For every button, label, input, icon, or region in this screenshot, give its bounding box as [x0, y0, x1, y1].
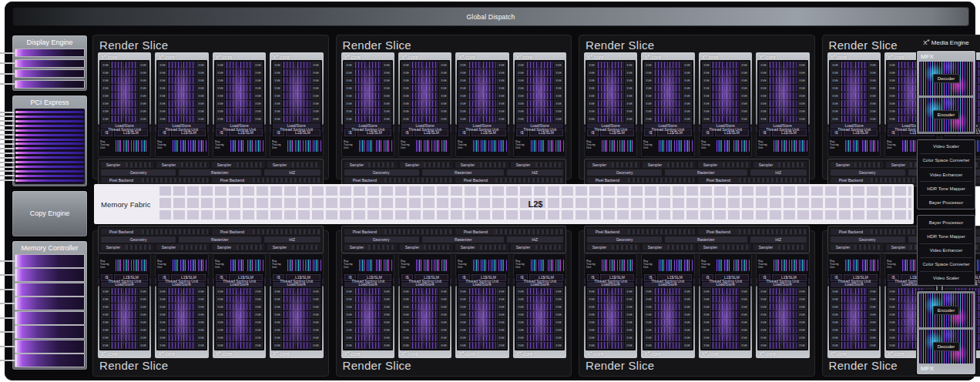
xve-alu-stripes — [425, 92, 438, 99]
ray-tracing-stripes — [547, 260, 564, 271]
xve-label: XVE — [441, 305, 447, 309]
xve-label: XVE — [217, 320, 223, 324]
xe-core-column: Xe-core XVEXVEXVEXVEXVEXVEXVEXVEXVEXVEXV… — [213, 253, 266, 358]
xve-row: XVEXVE — [587, 69, 634, 76]
pixel-backend-row: Pixel Backend Pixel Backend — [587, 229, 807, 235]
hiz-label: HiZ — [532, 237, 539, 242]
xve-alu-stripes — [540, 311, 553, 318]
xve-label: XVE — [626, 336, 633, 340]
xve-label: XVE — [217, 102, 223, 106]
xve-alu-stripes — [597, 85, 610, 92]
rasterizer-label: Rasterizer — [697, 237, 715, 242]
xve-label: XVE — [274, 71, 280, 75]
xve-unit: XVE — [216, 100, 225, 107]
geometry-label: Geometry — [130, 237, 147, 242]
xve-label: XVE — [346, 102, 352, 106]
xve-alu-stripes — [898, 288, 911, 295]
xve-label: XVE — [159, 343, 166, 347]
xve-label: XVE — [346, 117, 352, 121]
xve-alu-stripes — [354, 342, 368, 349]
xe-core: Xe-core XVEXVEXVEXVEXVEXVEXVEXVEXVEXVEXV… — [270, 52, 323, 125]
xve-alu-stripes — [111, 116, 124, 122]
pixel-backend-label-wrap: Pixel Backend — [831, 177, 871, 184]
xve-alu-stripes — [425, 62, 438, 69]
xve-label: XVE — [741, 297, 747, 301]
xve-alu-stripes — [526, 334, 539, 341]
xve-alu-stripes — [111, 77, 124, 84]
xve-label: XVE — [460, 305, 466, 309]
pixel-backend-label: Pixel Backend — [352, 178, 376, 183]
decoder-stripes: Decoder — [919, 62, 973, 96]
hiz-unit: HiZ — [507, 236, 563, 243]
xve-alu-stripes — [297, 92, 310, 99]
xve-label: XVE — [870, 109, 876, 113]
sampler-stripes — [480, 163, 507, 167]
xve-unit: XVE — [831, 62, 840, 69]
xve-label: XVE — [346, 94, 352, 98]
encoder-label: Encoder — [933, 110, 959, 119]
xve-unit: XVE — [401, 92, 411, 99]
xve-alu-stripes — [468, 327, 482, 333]
xve-alu-stripes — [783, 69, 796, 76]
xve-label: XVE — [102, 63, 109, 67]
xve-unit: XVE — [382, 311, 391, 318]
xve-unit: XVE — [625, 319, 634, 326]
xe-core-label-rest: -core — [764, 55, 776, 60]
xve-unit: XVE — [625, 311, 634, 318]
xve-alu-stripes — [540, 77, 553, 84]
xve-alu-stripes — [769, 100, 782, 107]
xve-alu-stripes — [654, 77, 667, 84]
xve-alu-stripes — [783, 342, 796, 349]
xve-grid: XVEXVEXVEXVEXVEXVEXVEXVEXVEXVEXVEXVEXVEX… — [158, 288, 205, 349]
xve-label: XVE — [870, 305, 876, 309]
xve-row: XVEXVE — [644, 319, 691, 326]
sampler-label: Sampler — [404, 245, 418, 250]
xve-unit: XVE — [101, 319, 110, 326]
xve-unit: XVE — [797, 296, 807, 303]
xve-alu-stripes — [611, 92, 624, 99]
xve-label: XVE — [102, 117, 109, 121]
xve-row: XVEXVE — [702, 69, 749, 76]
sampler-label: Sampler — [648, 245, 662, 250]
xve-label: XVE — [217, 297, 223, 301]
xve-unit: XVE — [625, 69, 634, 76]
xve-unit: XVE — [344, 62, 354, 69]
xve-row: XVEXVE — [759, 288, 806, 295]
xve-label: XVE — [555, 305, 562, 309]
xve-alu-stripes — [769, 69, 782, 76]
xve-unit: XVE — [253, 342, 263, 349]
xve-unit: XVE — [497, 303, 506, 310]
xve-label: XVE — [498, 305, 505, 309]
pixel-backend-label: Pixel Backend — [109, 230, 133, 234]
xve-unit: XVE — [382, 108, 391, 115]
xve-unit: XVE — [216, 288, 225, 295]
ray-tracing-stripes — [287, 140, 304, 152]
xve-row: XVEXVE — [831, 92, 878, 99]
xve-unit: XVE — [439, 85, 448, 92]
xve-row: XVEXVE — [101, 69, 148, 76]
xve-unit: XVE — [587, 69, 596, 76]
xve-row: XVEXVE — [644, 311, 691, 318]
ray-tracing-unit-label-wrap: Ray Tracing Unit — [157, 136, 171, 156]
xve-row: XVEXVE — [216, 108, 263, 115]
encoder-label: Encoder — [933, 306, 959, 315]
xve-label: XVE — [346, 290, 352, 293]
xve-alu-stripes — [898, 100, 911, 107]
xve-row: XVEXVE — [344, 303, 391, 310]
xve-unit: XVE — [702, 116, 711, 122]
xve-label: XVE — [555, 117, 562, 121]
xve-row: XVEXVE — [587, 342, 634, 349]
xve-label: XVE — [313, 328, 319, 332]
rasterizer-unit: Rasterizer — [179, 236, 261, 243]
ray-tracing-stripes — [190, 260, 206, 271]
pci-express-lane-stripe — [15, 166, 84, 168]
xve-unit: XVE — [101, 296, 110, 303]
xve-alu-stripes — [411, 62, 425, 69]
xve-label: XVE — [384, 336, 390, 340]
xve-label: XVE — [626, 297, 633, 301]
xve-label: XVE — [102, 109, 109, 113]
xve-unit: XVE — [644, 334, 653, 341]
xve-alu-stripes — [411, 334, 425, 341]
xve-unit: XVE — [253, 319, 263, 326]
xve-label: XVE — [217, 94, 223, 98]
